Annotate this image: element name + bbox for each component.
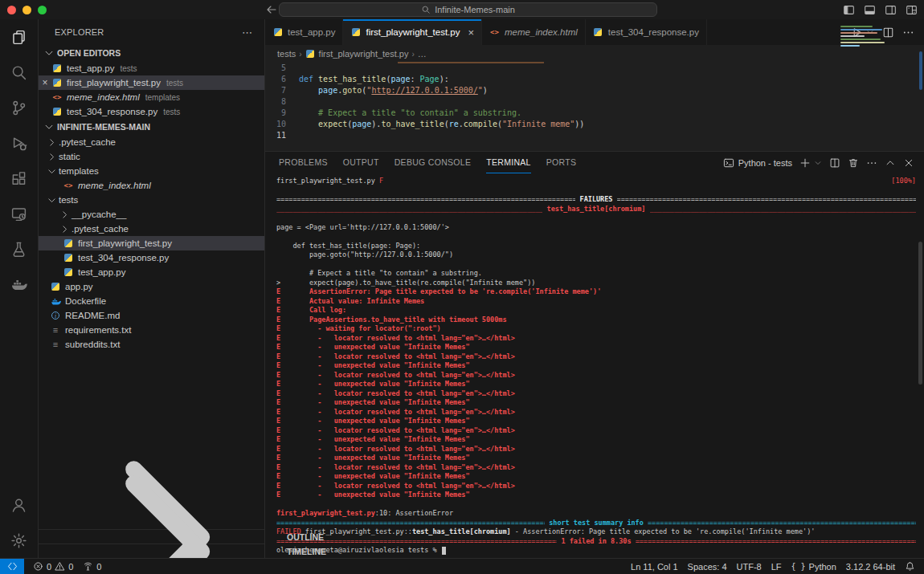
panel-tab-debug-console[interactable]: DEBUG CONSOLE [395, 152, 472, 173]
terminal-line: E - locator resolved to <html lang="en">… [276, 389, 916, 399]
tree-item[interactable]: test_app.py [39, 265, 264, 279]
back-icon[interactable] [265, 3, 278, 16]
open-editor-item[interactable]: test_app.pytests [39, 61, 264, 75]
problems-status[interactable]: 0 0 [29, 559, 77, 574]
tree-item[interactable]: .pytest_cache [39, 222, 264, 236]
eol-status[interactable]: LF [767, 559, 786, 574]
maximize-panel-icon[interactable] [885, 157, 896, 169]
encoding-status[interactable]: UTF-8 [733, 559, 766, 574]
code-editor[interactable]: 56def test_has_title(page: Page):7 page.… [265, 63, 924, 151]
chevron-right-icon [47, 137, 57, 148]
panel-tab-terminal[interactable]: TERMINAL [486, 152, 531, 173]
folder-root-header[interactable]: INFINITE-MEMES-MAIN [39, 119, 264, 135]
terminal-line: E - locator resolved to <html lang="en">… [276, 482, 916, 491]
breadcrumb-item[interactable]: tests [277, 49, 296, 59]
breadcrumb[interactable]: tests›first_playwright_test.py›… [265, 45, 924, 63]
toggle-sidebar-icon[interactable] [843, 4, 855, 16]
activity-docker[interactable] [0, 267, 38, 302]
customize-layout-icon[interactable] [906, 4, 918, 16]
remote-icon [7, 561, 18, 572]
open-editors-header[interactable]: OPEN EDITORS [39, 45, 264, 61]
python-interpreter[interactable]: 3.12.2 64-bit [842, 559, 899, 574]
close-panel-icon[interactable] [903, 157, 914, 169]
cursor-position[interactable]: Ln 11, Col 1 [627, 559, 682, 574]
more-actions-icon[interactable] [902, 26, 914, 39]
close-tab-icon[interactable]: × [468, 26, 474, 39]
breadcrumb-item[interactable]: first_playwright_test.py [319, 49, 409, 59]
code-line: 9 # Expect a title "to contain" a substr… [265, 108, 924, 119]
terminal-scrollbar[interactable] [918, 242, 922, 385]
bottom-panel: PROBLEMSOUTPUTDEBUG CONSOLETERMINALPORTS… [265, 151, 924, 558]
open-editor-item[interactable]: ×first_playwright_test.pytests [39, 75, 264, 90]
activity-run-debug[interactable] [0, 125, 38, 161]
tree-item[interactable]: <>meme_index.html [39, 178, 264, 193]
tree-item[interactable]: app.py [39, 279, 264, 294]
activity-settings[interactable] [0, 523, 38, 558]
terminal-dropdown-icon[interactable] [814, 159, 822, 167]
panel-tab-output[interactable]: OUTPUT [343, 152, 379, 173]
toggle-panel-icon[interactable] [864, 4, 876, 16]
code-line: 5 [265, 63, 924, 74]
tab-meme-index-html[interactable]: <>meme_index.html [482, 19, 586, 45]
tab-first-playwright-test-py[interactable]: first_playwright_test.py× [343, 19, 482, 45]
remote-indicator[interactable] [0, 559, 24, 574]
python-file-icon [51, 64, 63, 72]
indentation-status[interactable]: Spaces: 4 [684, 559, 731, 574]
tree-item[interactable]: ≡requirements.txt [39, 323, 264, 337]
activity-explorer[interactable] [0, 19, 38, 55]
activity-extensions[interactable] [0, 161, 38, 196]
minimize-window-button[interactable] [22, 6, 31, 14]
language-mode[interactable]: { } Python [787, 559, 840, 574]
tab-test-app-py[interactable]: test_app.py [265, 19, 343, 45]
maximize-window-button[interactable] [38, 6, 47, 14]
open-editor-item[interactable]: test_304_response.pytests [39, 104, 264, 119]
new-terminal-icon[interactable] [799, 157, 811, 169]
activity-source-control[interactable] [0, 90, 38, 125]
tree-item[interactable]: test_304_response.py [39, 250, 264, 265]
panel-tab-ports[interactable]: PORTS [546, 152, 576, 173]
minimap[interactable] [840, 26, 887, 53]
explorer-icon [10, 29, 27, 46]
activity-search[interactable] [0, 55, 38, 90]
activity-account[interactable] [0, 487, 38, 523]
tree-item[interactable]: static [39, 149, 264, 164]
notifications-button[interactable] [901, 559, 919, 574]
tree-item[interactable]: ≡subreddits.txt [39, 337, 264, 352]
split-terminal-icon[interactable] [829, 157, 840, 169]
terminal-output[interactable]: first_playwright_test.py F[100%]========… [276, 177, 916, 558]
toggle-secondary-sidebar-icon[interactable] [885, 4, 897, 16]
ports-status[interactable]: 0 [79, 559, 105, 574]
tree-item[interactable]: tests [39, 193, 264, 207]
chevron-down-icon [47, 166, 57, 177]
activity-remote-explorer[interactable] [0, 196, 38, 231]
tree-item[interactable]: first_playwright_test.py [39, 236, 264, 250]
timeline-section[interactable]: TIMELINE [39, 543, 264, 558]
tree-item[interactable]: templates [39, 164, 264, 178]
activity-testing[interactable] [0, 231, 38, 267]
breadcrumb-item[interactable]: … [418, 49, 427, 59]
tree-item[interactable]: __pycache__ [39, 207, 264, 222]
command-center-search[interactable]: Infinite-Memes-main [279, 2, 657, 17]
source-control-icon [10, 100, 27, 116]
close-icon[interactable]: × [39, 77, 51, 88]
terminal-line: E - locator resolved to <html lang="en">… [276, 463, 916, 473]
chevron-right-icon [59, 210, 70, 220]
chevron-down-icon [43, 121, 55, 132]
tree-item[interactable]: iREADME.md [39, 308, 264, 323]
tree-item[interactable]: Dockerfile [39, 294, 264, 308]
close-window-button[interactable] [7, 6, 16, 14]
terminal-icon [723, 157, 734, 169]
sidebar-more-icon[interactable]: ⋯ [242, 26, 253, 39]
tab-test-304-response-py[interactable]: test_304_response.py [586, 19, 707, 45]
open-editor-item[interactable]: <>meme_index.htmltemplates [39, 90, 264, 104]
kill-terminal-icon[interactable] [848, 157, 859, 169]
panel-more-icon[interactable] [866, 157, 877, 169]
terminal-cursor [442, 547, 446, 555]
panel-tab-problems[interactable]: PROBLEMS [279, 152, 328, 173]
tree-item[interactable]: .pytest_cache [39, 135, 264, 149]
terminal-profile[interactable]: Python - tests [723, 157, 792, 169]
terminal-line: > expect(page).to_have_title(re.compile(… [276, 279, 916, 288]
terminal-line: E - locator resolved to <html lang="en">… [276, 371, 916, 381]
terminal-line: E - unexpected value "Infinite Memes" [276, 435, 916, 445]
editor-scrollbar[interactable] [919, 51, 922, 90]
